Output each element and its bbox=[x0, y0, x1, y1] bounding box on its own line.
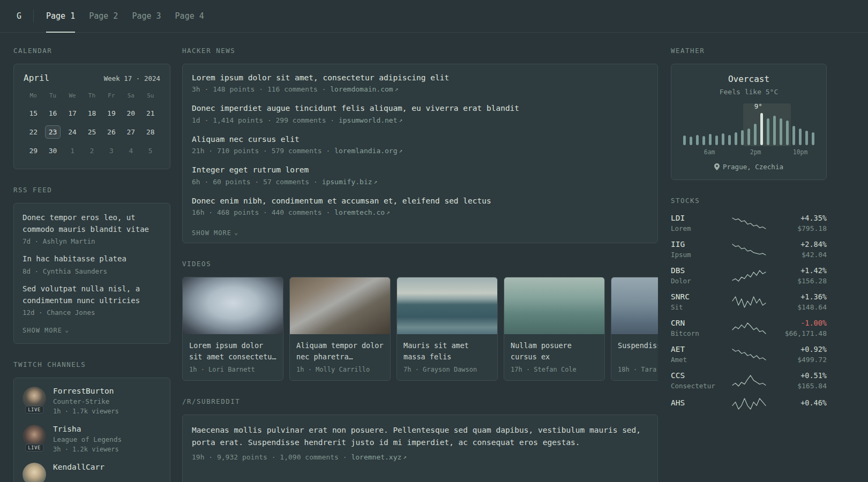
calendar-day: 17 bbox=[63, 104, 82, 123]
weather-bar bbox=[690, 137, 692, 145]
video-card[interactable]: Nullam posuere cursus ex 17h · Stefan Co… bbox=[504, 277, 605, 381]
rss-item[interactable]: Sed volutpat nulla nisl, a condimentum n… bbox=[23, 283, 161, 317]
section-title-stocks: STOCKS bbox=[671, 197, 827, 205]
rss-item-title: In hac habitasse platea bbox=[23, 253, 161, 265]
twitch-info: KendallCarr bbox=[53, 463, 104, 473]
hackernews-meta-text: 21h · 710 points · 579 comments · bbox=[192, 147, 334, 155]
video-thumbnail bbox=[611, 277, 658, 334]
weather-section: WEATHER Overcast Feels like 5°C 9° 6am 2… bbox=[671, 47, 827, 180]
weather-bar bbox=[773, 116, 776, 145]
stock-change: +1.42% bbox=[776, 266, 827, 275]
hackernews-story: Aliquam nec cursus elit 21h · 710 points… bbox=[192, 135, 648, 155]
rss-item[interactable]: In hac habitasse platea 8d · Cynthia Sau… bbox=[23, 253, 161, 275]
subreddit-widget: Maecenas mollis pulvinar erat non posuer… bbox=[182, 415, 658, 482]
stock-row[interactable]: DBS Dolor +1.42% $156.28 bbox=[671, 266, 827, 285]
hackernews-list: Lorem ipsum dolor sit amet, consectetur … bbox=[192, 73, 648, 216]
subreddit-post-meta: 19h · 9,932 points · 1,090 comments · lo… bbox=[192, 453, 648, 461]
subreddit-post-title[interactable]: Maecenas mollis pulvinar erat non posuer… bbox=[192, 424, 648, 449]
weather-bar bbox=[799, 129, 802, 145]
calendar-day: 4 bbox=[121, 141, 140, 160]
stock-row[interactable]: LDI Lorem +4.35% $795.18 bbox=[671, 214, 827, 232]
video-title: Mauris sit amet massa felis bbox=[403, 340, 491, 363]
external-link-icon: ↗ bbox=[386, 209, 390, 216]
stock-change: +0.92% bbox=[776, 345, 827, 353]
stock-row[interactable]: CRN Bitcorn -1.00% $66,171.48 bbox=[671, 319, 827, 337]
stock-ticker: AHS bbox=[671, 398, 721, 407]
hackernews-domain-link[interactable]: loremtech.co↗ bbox=[334, 208, 390, 216]
weather-time-label: 10pm bbox=[793, 148, 808, 156]
logo[interactable]: G bbox=[13, 11, 25, 21]
twitch-channel-name: ForrestBurton bbox=[53, 387, 119, 395]
section-title-calendar: CALENDAR bbox=[13, 47, 170, 55]
hackernews-domain-link[interactable]: loremdomain.com↗ bbox=[330, 85, 398, 93]
hackernews-domain-link[interactable]: ipsumworld.net↗ bbox=[339, 116, 402, 124]
twitch-channel-name: KendallCarr bbox=[53, 463, 104, 471]
middle-column: HACKER NEWS Lorem ipsum dolor sit amet, … bbox=[182, 33, 658, 482]
weather-bar bbox=[696, 135, 699, 145]
rss-item-title: Sed volutpat nulla nisl, a condimentum n… bbox=[23, 283, 161, 306]
hackernews-story-title[interactable]: Donec enim nibh, condimentum et accumsan… bbox=[192, 197, 648, 206]
rss-item[interactable]: Donec tempor eros leo, ut commodo mauris… bbox=[23, 212, 161, 245]
rss-show-more-button[interactable]: SHOW MORE⌄ bbox=[23, 327, 69, 334]
tab-page-2[interactable]: Page 2 bbox=[82, 0, 125, 32]
video-card[interactable]: Lorem ipsum dolor sit amet consectetu… 1… bbox=[182, 277, 283, 381]
stock-row[interactable]: AET Amet +0.92% $499.72 bbox=[671, 345, 827, 364]
calendar-header: April Week 17 · 2024 bbox=[24, 73, 160, 83]
video-card[interactable]: Suspendisse diam 18h · Tara bbox=[611, 277, 658, 381]
twitch-widget: LIVE ForrestBurton Counter-Strike 1h · 1… bbox=[13, 378, 170, 482]
stock-row[interactable]: SNRC Sit +1.36% $148.64 bbox=[671, 292, 827, 311]
tab-page-1[interactable]: Page 1 bbox=[39, 0, 82, 32]
stock-row[interactable]: CCS Consectetur +0.51% $165.84 bbox=[671, 371, 827, 390]
hackernews-domain-link[interactable]: ipsumify.biz↗ bbox=[322, 178, 378, 186]
stock-values: +1.42% $156.28 bbox=[776, 266, 827, 285]
subreddit-domain-link[interactable]: loremnet.xyz↗ bbox=[351, 453, 407, 461]
twitch-channel-item[interactable]: LIVE KendallCarr bbox=[23, 463, 161, 482]
weather-bar bbox=[812, 132, 814, 145]
video-card[interactable]: Mauris sit amet massa felis 7h · Grayson… bbox=[396, 277, 498, 381]
hackernews-story-meta: 1d · 1,414 points · 299 comments · ipsum… bbox=[192, 116, 648, 124]
stock-row[interactable]: AHS +0.46% bbox=[671, 397, 827, 410]
twitch-game: Counter-Strike bbox=[53, 397, 119, 405]
weather-condition: Overcast bbox=[681, 74, 817, 84]
calendar-dow-label: Su bbox=[141, 88, 160, 104]
stock-row[interactable]: IIG Ipsum +2.84% $42.04 bbox=[671, 240, 827, 259]
weather-feels-like: Feels like 5°C bbox=[681, 88, 817, 96]
video-meta: 17h · Stefan Cole bbox=[511, 366, 598, 373]
left-column: CALENDAR April Week 17 · 2024 MoTuWeThFr… bbox=[13, 33, 170, 482]
tab-page-3[interactable]: Page 3 bbox=[125, 0, 168, 32]
twitch-list: LIVE ForrestBurton Counter-Strike 1h · 1… bbox=[23, 387, 161, 482]
hackernews-show-more-button[interactable]: SHOW MORE⌄ bbox=[192, 229, 238, 237]
stock-values: +0.51% $165.84 bbox=[776, 371, 827, 390]
weather-chart: 9° 6am 2pm 10pm bbox=[681, 102, 817, 156]
rss-item-meta: 8d · Cynthia Saunders bbox=[23, 267, 161, 275]
stock-values: +1.36% $148.64 bbox=[776, 292, 827, 311]
hackernews-story-title[interactable]: Lorem ipsum dolor sit amet, consectetur … bbox=[192, 73, 648, 82]
calendar-day: 25 bbox=[82, 123, 101, 141]
twitch-channel-item[interactable]: LIVE Trisha League of Legends 3h · 1.2k … bbox=[23, 425, 161, 453]
calendar-day: 24 bbox=[63, 123, 82, 141]
video-title: Nullam posuere cursus ex bbox=[511, 340, 598, 363]
stock-change: +4.35% bbox=[776, 214, 827, 222]
calendar-day: 15 bbox=[24, 104, 43, 123]
hackernews-story-title[interactable]: Integer eget rutrum lorem bbox=[192, 165, 648, 175]
right-column: WEATHER Overcast Feels like 5°C 9° 6am 2… bbox=[671, 33, 827, 418]
video-thumbnail bbox=[504, 277, 604, 334]
external-link-icon: ↗ bbox=[374, 178, 378, 185]
section-title-twitch: TWITCH CHANNELS bbox=[13, 360, 170, 368]
stock-id: AHS bbox=[671, 398, 721, 409]
hackernews-story: Lorem ipsum dolor sit amet, consectetur … bbox=[192, 73, 648, 93]
video-title: Lorem ipsum dolor sit amet consectetu… bbox=[189, 340, 276, 363]
subreddit-section: /R/SUBREDDIT Maecenas mollis pulvinar er… bbox=[182, 397, 658, 482]
hackernews-domain-link[interactable]: loremlandia.org↗ bbox=[334, 147, 402, 155]
twitch-meta: 3h · 1.2k viewers bbox=[53, 446, 122, 453]
weather-bar bbox=[747, 129, 750, 145]
twitch-channel-item[interactable]: LIVE ForrestBurton Counter-Strike 1h · 1… bbox=[23, 387, 161, 415]
weather-bar bbox=[728, 135, 731, 145]
stock-values: +4.35% $795.18 bbox=[776, 214, 827, 232]
hackernews-story-title[interactable]: Aliquam nec cursus elit bbox=[192, 135, 648, 144]
video-card[interactable]: Aliquam tempor dolor nec pharetra… 1h · … bbox=[289, 277, 391, 381]
stock-name: Consectetur bbox=[671, 382, 721, 390]
hackernews-story-title[interactable]: Donec imperdiet augue tincidunt felis al… bbox=[192, 104, 648, 113]
tab-page-4[interactable]: Page 4 bbox=[168, 0, 211, 32]
weather-location[interactable]: Prague, Czechia bbox=[681, 163, 817, 171]
